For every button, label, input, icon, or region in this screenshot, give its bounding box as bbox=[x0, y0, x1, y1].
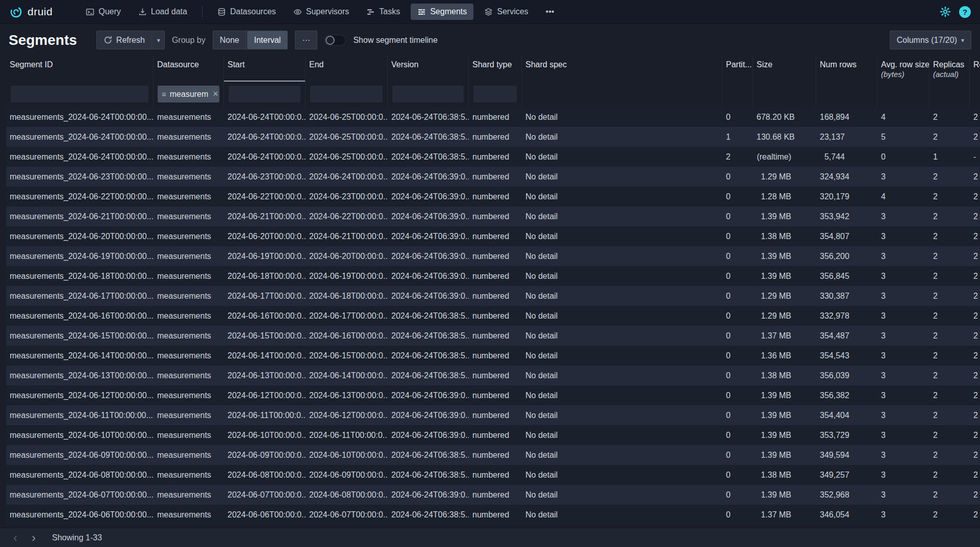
cell-version[interactable]: 2024-06-24T06:39:0... bbox=[388, 206, 469, 226]
cell-shard_type[interactable]: numbered bbox=[469, 246, 522, 266]
cell-num_rows[interactable]: 354,543 bbox=[816, 346, 877, 366]
cell-partition[interactable]: 2 bbox=[722, 147, 753, 167]
druid-logo[interactable]: druid bbox=[9, 5, 53, 19]
cell-version[interactable]: 2024-06-24T06:39:0... bbox=[388, 286, 469, 306]
cell-shard_type[interactable]: numbered bbox=[469, 385, 522, 405]
columns-button[interactable]: Columns (17/20) ▾ bbox=[890, 31, 971, 49]
cell-shard_spec[interactable]: No detail bbox=[522, 167, 722, 187]
cell-segment_id[interactable]: measurements_2024-06-06T00:00:00.... bbox=[6, 505, 154, 525]
datasource-filter-tag[interactable]: ≡measurem× bbox=[158, 86, 219, 102]
cell-end[interactable]: 2024-06-12T00:00:0... bbox=[306, 405, 388, 425]
cell-partition[interactable]: 0 bbox=[722, 405, 753, 425]
cell-shard_spec[interactable]: No detail bbox=[522, 306, 722, 326]
cell-shard_spec[interactable]: No detail bbox=[522, 425, 722, 445]
cell-partition[interactable]: 0 bbox=[722, 385, 753, 405]
filter-input-shard_type[interactable] bbox=[473, 85, 517, 103]
cell-size[interactable]: 1.38 MB bbox=[753, 366, 816, 385]
cell-shard_spec[interactable]: No detail bbox=[522, 326, 722, 346]
cell-size[interactable]: 678.20 KB bbox=[753, 107, 816, 127]
cell-start[interactable]: 2024-06-09T00:00:0... bbox=[224, 445, 306, 465]
table-row[interactable]: measurements_2024-06-21T00:00:00....meas… bbox=[6, 206, 980, 226]
refresh-button[interactable]: Refresh bbox=[96, 31, 152, 49]
column-header-segment_id[interactable]: Segment ID bbox=[6, 56, 154, 82]
cell-version[interactable]: 2024-06-24T06:38:5... bbox=[388, 465, 469, 485]
cell-shard_type[interactable]: numbered bbox=[469, 485, 522, 505]
cell-start[interactable]: 2024-06-07T00:00:0... bbox=[224, 485, 306, 505]
cell-shard_type[interactable]: numbered bbox=[469, 405, 522, 425]
cell-avg_row_size[interactable]: 3 bbox=[877, 385, 929, 405]
table-row[interactable]: measurements_2024-06-24T00:00:00....meas… bbox=[6, 127, 980, 147]
cell-replicas[interactable]: 2 bbox=[929, 286, 970, 306]
cell-shard_spec[interactable]: No detail bbox=[522, 385, 722, 405]
cell-size[interactable]: 1.38 MB bbox=[753, 465, 816, 485]
cell-segment_id[interactable]: measurements_2024-06-24T00:00:00.... bbox=[6, 147, 154, 167]
cell-datasource[interactable]: measurements bbox=[154, 445, 224, 465]
cell-segment_id[interactable]: measurements_2024-06-24T00:00:00.... bbox=[6, 127, 154, 147]
cell-shard_spec[interactable]: No detail bbox=[522, 246, 722, 266]
cell-version[interactable]: 2024-06-24T06:38:5... bbox=[388, 107, 469, 127]
cell-start[interactable]: 2024-06-23T00:00:0... bbox=[224, 167, 306, 187]
cell-num_rows[interactable]: 324,934 bbox=[816, 167, 877, 187]
cell-version[interactable]: 2024-06-24T06:38:5... bbox=[388, 346, 469, 366]
cell-end[interactable]: 2024-06-25T00:00:0... bbox=[306, 147, 388, 167]
column-header-size[interactable]: Size bbox=[753, 56, 816, 82]
cell-datasource[interactable]: measurements bbox=[154, 385, 224, 405]
cell-size[interactable]: 1.29 MB bbox=[753, 286, 816, 306]
column-header-datasource[interactable]: Datasource bbox=[154, 56, 224, 82]
cell-replication_factor[interactable]: 2 bbox=[970, 226, 980, 246]
cell-datasource[interactable]: measurements bbox=[154, 425, 224, 445]
cell-datasource[interactable]: measurements bbox=[154, 127, 224, 147]
cell-replication_factor[interactable]: 2 bbox=[970, 107, 980, 127]
cell-datasource[interactable]: measurements bbox=[154, 465, 224, 485]
cell-version[interactable]: 2024-06-24T06:38:5... bbox=[388, 127, 469, 147]
remove-filter-icon[interactable]: × bbox=[213, 89, 218, 99]
cell-size[interactable]: 1.39 MB bbox=[753, 385, 816, 405]
table-row[interactable]: measurements_2024-06-18T00:00:00....meas… bbox=[6, 266, 980, 286]
cell-avg_row_size[interactable]: 3 bbox=[877, 226, 929, 246]
table-row[interactable]: measurements_2024-06-14T00:00:00....meas… bbox=[6, 346, 980, 366]
cell-shard_spec[interactable]: No detail bbox=[522, 266, 722, 286]
cell-replicas[interactable]: 2 bbox=[929, 346, 970, 366]
cell-size[interactable]: 1.29 MB bbox=[753, 306, 816, 326]
cell-shard_type[interactable]: numbered bbox=[469, 147, 522, 167]
cell-size[interactable]: 1.29 MB bbox=[753, 167, 816, 187]
cell-shard_type[interactable]: numbered bbox=[469, 107, 522, 127]
cell-num_rows[interactable]: 356,039 bbox=[816, 366, 877, 385]
cell-segment_id[interactable]: measurements_2024-06-16T00:00:00.... bbox=[6, 306, 154, 326]
cell-datasource[interactable]: measurements bbox=[154, 286, 224, 306]
cell-replication_factor[interactable]: 2 bbox=[970, 286, 980, 306]
cell-segment_id[interactable]: measurements_2024-06-13T00:00:00.... bbox=[6, 366, 154, 385]
cell-shard_type[interactable]: numbered bbox=[469, 445, 522, 465]
cell-segment_id[interactable]: measurements_2024-06-17T00:00:00.... bbox=[6, 286, 154, 306]
cell-start[interactable]: 2024-06-08T00:00:0... bbox=[224, 465, 306, 485]
table-row[interactable]: measurements_2024-06-22T00:00:00....meas… bbox=[6, 187, 980, 206]
cell-partition[interactable]: 0 bbox=[722, 425, 753, 445]
cell-end[interactable]: 2024-06-25T00:00:0... bbox=[306, 107, 388, 127]
cell-start[interactable]: 2024-06-24T00:00:0... bbox=[224, 147, 306, 167]
cell-segment_id[interactable]: measurements_2024-06-09T00:00:00.... bbox=[6, 445, 154, 465]
cell-avg_row_size[interactable]: 0 bbox=[877, 147, 929, 167]
table-row[interactable]: measurements_2024-06-20T00:00:00....meas… bbox=[6, 226, 980, 246]
cell-version[interactable]: 2024-06-24T06:39:0... bbox=[388, 485, 469, 505]
cell-num_rows[interactable]: 349,594 bbox=[816, 445, 877, 465]
cell-replication_factor[interactable]: 2 bbox=[970, 346, 980, 366]
nav-item-query[interactable]: Query bbox=[79, 4, 128, 20]
cell-datasource[interactable]: measurements bbox=[154, 346, 224, 366]
cell-shard_spec[interactable]: No detail bbox=[522, 505, 722, 525]
cell-start[interactable]: 2024-06-10T00:00:0... bbox=[224, 425, 306, 445]
cell-shard_spec[interactable]: No detail bbox=[522, 226, 722, 246]
cell-avg_row_size[interactable]: 3 bbox=[877, 266, 929, 286]
table-row[interactable]: measurements_2024-06-08T00:00:00....meas… bbox=[6, 465, 980, 485]
cell-partition[interactable]: 1 bbox=[722, 127, 753, 147]
cell-end[interactable]: 2024-06-16T00:00:0... bbox=[306, 326, 388, 346]
cell-num_rows[interactable]: 168,894 bbox=[816, 107, 877, 127]
cell-avg_row_size[interactable]: 3 bbox=[877, 445, 929, 465]
cell-segment_id[interactable]: measurements_2024-06-24T00:00:00.... bbox=[6, 107, 154, 127]
cell-datasource[interactable]: measurements bbox=[154, 366, 224, 385]
cell-datasource[interactable]: measurements bbox=[154, 326, 224, 346]
cell-replication_factor[interactable]: 2 bbox=[970, 206, 980, 226]
cell-size[interactable]: 1.37 MB bbox=[753, 505, 816, 525]
cell-avg_row_size[interactable]: 3 bbox=[877, 505, 929, 525]
cell-num_rows[interactable]: 346,054 bbox=[816, 505, 877, 525]
table-row[interactable]: measurements_2024-06-07T00:00:00....meas… bbox=[6, 485, 980, 505]
